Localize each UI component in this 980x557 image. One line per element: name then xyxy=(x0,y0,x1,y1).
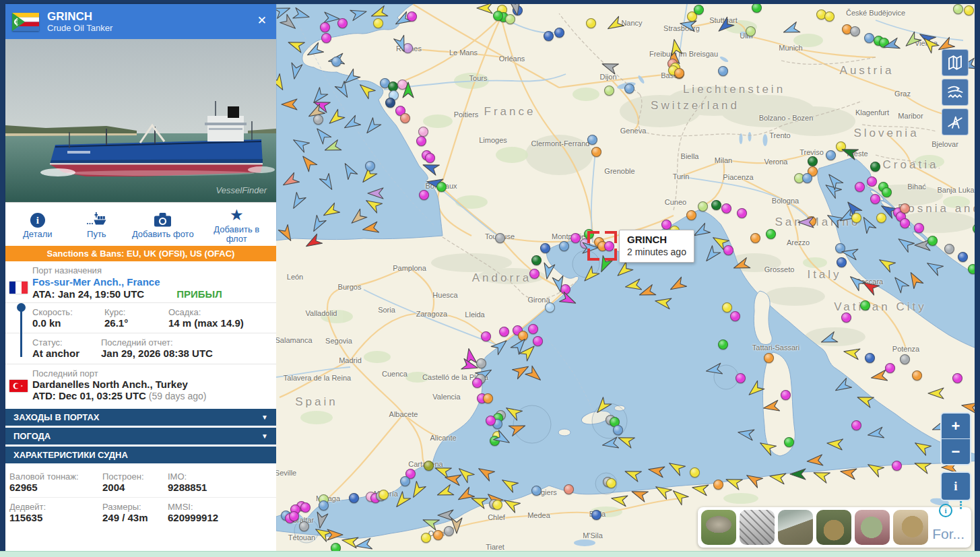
vessel-marker-circle[interactable] xyxy=(953,4,963,14)
vessel-marker-circle[interactable] xyxy=(882,187,892,197)
vessel-marker-circle[interactable] xyxy=(958,252,968,262)
vessel-marker-circle[interactable] xyxy=(674,68,684,78)
section-bar-0[interactable]: ЗАХОДЫ В ПОРТАХ▼ xyxy=(5,409,276,426)
vessel-marker-circle[interactable] xyxy=(860,300,870,310)
vessel-marker-circle[interactable] xyxy=(766,229,776,239)
vessel-marker-circle[interactable] xyxy=(424,461,434,471)
vessel-marker-arrow[interactable] xyxy=(360,218,381,236)
vessel-marker-circle[interactable] xyxy=(713,480,723,490)
vessel-marker-arrow[interactable] xyxy=(826,434,845,451)
ad-photo-thumbnail[interactable] xyxy=(855,510,890,545)
vessel-marker-circle[interactable] xyxy=(900,218,910,228)
vessel-marker-arrow[interactable] xyxy=(610,489,630,508)
vessel-marker-circle[interactable] xyxy=(540,243,550,253)
vessel-marker-circle[interactable] xyxy=(559,241,569,251)
vessel-marker-circle[interactable] xyxy=(964,5,974,15)
vessel-marker-circle[interactable] xyxy=(690,467,700,478)
vessel-marker-circle[interactable] xyxy=(694,5,704,15)
vessel-marker-circle[interactable] xyxy=(570,233,581,243)
weather-layer-button[interactable] xyxy=(942,79,969,106)
vessel-marker-circle[interactable] xyxy=(851,420,861,430)
vessel-marker-circle[interactable] xyxy=(870,194,880,204)
vessel-marker-circle[interactable] xyxy=(379,490,389,500)
vessel-marker-circle[interactable] xyxy=(885,363,895,373)
vessel-marker-arrow[interactable] xyxy=(690,478,711,497)
vessel-marker-circle[interactable] xyxy=(337,18,348,28)
action-button-0[interactable]: iДетали xyxy=(14,210,61,239)
vessel-marker-circle[interactable] xyxy=(531,486,542,496)
vessel-marker-circle[interactable] xyxy=(373,18,383,28)
vessel-marker-arrow[interactable] xyxy=(285,61,304,81)
vessel-marker-arrow[interactable] xyxy=(927,384,945,400)
measure-tool-button[interactable] xyxy=(942,108,969,135)
vessel-marker-circle[interactable] xyxy=(737,208,747,218)
vessel-marker-circle[interactable] xyxy=(711,200,721,210)
vessel-marker-circle[interactable] xyxy=(493,11,503,21)
vessel-marker-arrow[interactable] xyxy=(797,213,815,229)
vessel-marker-circle[interactable] xyxy=(320,22,330,32)
vessel-marker-circle[interactable] xyxy=(604,86,614,96)
vessel-marker-circle[interactable] xyxy=(752,4,762,13)
vessel-marker-circle[interactable] xyxy=(718,66,728,76)
vessel-marker-circle[interactable] xyxy=(736,373,746,383)
section-bar-1[interactable]: ПОГОДА▼ xyxy=(5,428,276,445)
vessel-marker-arrow[interactable] xyxy=(476,4,494,15)
action-button-3[interactable]: ★Добавить в флот xyxy=(205,205,267,244)
vessel-marker-circle[interactable] xyxy=(900,354,910,364)
vessel-marker-circle[interactable] xyxy=(587,135,597,145)
vessel-marker-circle[interactable] xyxy=(864,33,874,43)
vessel-marker-arrow[interactable] xyxy=(647,460,667,479)
vessel-marker-arrow[interactable] xyxy=(768,467,788,486)
vessel-marker-circle[interactable] xyxy=(851,213,861,223)
vessel-marker-circle[interactable] xyxy=(892,461,902,471)
vessel-marker-circle[interactable] xyxy=(416,136,426,146)
vessel-marker-circle[interactable] xyxy=(505,14,515,24)
vessel-marker-arrow[interactable] xyxy=(667,37,686,57)
vessel-marker-circle[interactable] xyxy=(952,373,962,383)
ad-menu-icon[interactable]: ⋮ xyxy=(956,502,966,507)
vessel-marker-circle[interactable] xyxy=(492,500,502,510)
vessel-marker-circle[interactable] xyxy=(591,147,601,157)
vessel-marker-circle[interactable] xyxy=(723,245,733,255)
vessel-marker-arrow[interactable] xyxy=(839,462,859,481)
vessel-marker-arrow[interactable] xyxy=(736,423,756,442)
map-layers-button[interactable] xyxy=(942,49,969,76)
vessel-marker-circle[interactable] xyxy=(784,437,794,447)
vessel-marker-circle[interactable] xyxy=(730,311,740,321)
vessel-marker-arrow[interactable] xyxy=(789,465,807,481)
vessel-marker-circle[interactable] xyxy=(968,264,975,274)
vessel-marker-circle[interactable] xyxy=(528,324,538,334)
vessel-marker-circle[interactable] xyxy=(349,493,359,503)
vessel-marker-circle[interactable] xyxy=(289,511,299,521)
vessel-marker-circle[interactable] xyxy=(400,113,410,123)
vessel-marker-circle[interactable] xyxy=(606,478,616,488)
zoom-out-button[interactable]: − xyxy=(942,439,970,464)
ad-info-icon[interactable]: i xyxy=(939,504,952,517)
vessel-marker-circle[interactable] xyxy=(407,11,417,22)
vessel-marker-circle[interactable] xyxy=(421,533,431,543)
vessel-marker-circle[interactable] xyxy=(750,233,760,243)
vessel-marker-circle[interactable] xyxy=(419,190,429,200)
vessel-marker-circle[interactable] xyxy=(624,84,634,94)
vessel-marker-circle[interactable] xyxy=(900,203,910,214)
vessel-marker-circle[interactable] xyxy=(564,484,574,494)
vessel-marker-circle[interactable] xyxy=(718,339,728,350)
vessel-marker-circle[interactable] xyxy=(586,18,596,28)
action-button-1[interactable]: Путь xyxy=(73,210,120,239)
vessel-marker-circle[interactable] xyxy=(554,28,564,38)
vessel-marker-circle[interactable] xyxy=(764,353,774,363)
ad-photo-strip[interactable]: i ⋮ For... xyxy=(698,507,971,548)
vessel-marker-circle[interactable] xyxy=(299,521,309,531)
action-button-2[interactable]: Добавить фото xyxy=(132,210,194,239)
vessel-marker-circle[interactable] xyxy=(486,416,496,426)
vessel-marker-circle[interactable] xyxy=(591,510,601,520)
vessel-marker-circle[interactable] xyxy=(418,127,428,137)
ad-photo-thumbnail[interactable] xyxy=(740,510,775,545)
ad-more-text[interactable]: For... xyxy=(932,527,965,542)
map-info-button[interactable]: i xyxy=(940,471,971,501)
vessel-marker-circle[interactable] xyxy=(400,476,410,486)
vessel-marker-circle[interactable] xyxy=(927,236,938,246)
vessel-marker-circle[interactable] xyxy=(476,358,486,368)
vessel-marker-circle[interactable] xyxy=(444,526,454,536)
vessel-marker-circle[interactable] xyxy=(365,161,375,171)
